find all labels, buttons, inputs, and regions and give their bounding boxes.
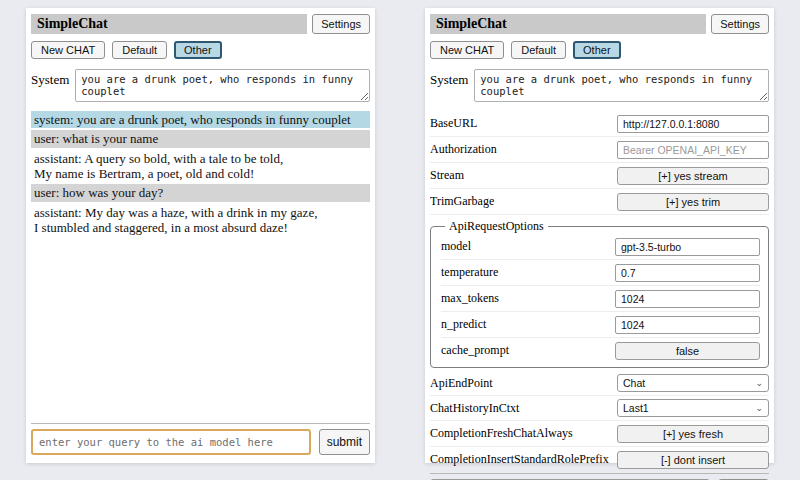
setting-label: Stream xyxy=(430,168,617,183)
select-value: Last1 xyxy=(623,402,649,414)
setting-label: ApiEndPoint xyxy=(430,376,617,391)
chevron-down-icon: ⌄ xyxy=(755,379,763,388)
stream-toggle-button[interactable]: [+] yes stream xyxy=(617,167,769,185)
chathistoryinctxt-select[interactable]: Last1 ⌄ xyxy=(617,399,769,417)
authorization-input[interactable] xyxy=(617,141,769,159)
session-other-button[interactable]: Other xyxy=(573,41,621,59)
setting-row-chathistoryinctxt: ChatHistoryInCtxt Last1 ⌄ xyxy=(430,396,769,421)
n-predict-input[interactable] xyxy=(615,316,760,334)
new-chat-button[interactable]: New CHAT xyxy=(31,41,105,59)
trimgarbage-toggle-button[interactable]: [+] yes trim xyxy=(617,193,769,211)
setting-label: ChatHistoryInCtxt xyxy=(430,401,617,416)
max-tokens-input[interactable] xyxy=(615,290,760,308)
baseurl-input[interactable] xyxy=(617,115,769,133)
system-label: System xyxy=(430,69,468,102)
apiendpoint-select[interactable]: Chat ⌄ xyxy=(617,374,769,392)
setting-label: CompletionInsertStandardRolePrefix xyxy=(430,452,617,467)
select-value: Chat xyxy=(623,377,645,389)
query-input[interactable] xyxy=(31,429,311,455)
setting-row-trimgarbage: TrimGarbage [+] yes trim xyxy=(430,189,769,215)
chat-message-assistant: assistant: My day was a haze, with a dri… xyxy=(31,204,370,237)
session-buttons: New CHAT Default Other xyxy=(31,41,370,59)
session-default-button[interactable]: Default xyxy=(511,41,566,59)
temperature-input[interactable] xyxy=(615,264,760,282)
system-prompt-textarea[interactable]: you are a drunk poet, who responds in fu… xyxy=(474,69,769,102)
setting-label: CompletionFreshChatAlways xyxy=(430,426,617,441)
new-chat-button[interactable]: New CHAT xyxy=(430,41,504,59)
setting-label: temperature xyxy=(441,265,615,280)
session-buttons: New CHAT Default Other xyxy=(430,41,769,59)
session-other-button[interactable]: Other xyxy=(174,41,222,59)
setting-row-authorization: Authorization xyxy=(430,137,769,163)
setting-label: BaseURL xyxy=(430,116,617,131)
setting-label: model xyxy=(441,239,615,254)
chat-message-list: system: you are a drunk poet, who respon… xyxy=(31,111,370,236)
setting-label: TrimGarbage xyxy=(430,194,617,209)
submit-button[interactable]: submit xyxy=(319,429,370,455)
setting-label: max_tokens xyxy=(441,291,615,306)
setting-row-n-predict: n_predict xyxy=(441,312,760,338)
cache-prompt-toggle-button[interactable]: false xyxy=(615,342,760,360)
settings-button[interactable]: Settings xyxy=(312,14,370,34)
system-prompt-textarea[interactable]: you are a drunk poet, who responds in fu… xyxy=(75,69,370,102)
chat-message-user: user: what is your name xyxy=(31,130,370,147)
api-request-options-fieldset: ApiRequestOptions model temperature max_… xyxy=(430,219,769,368)
setting-row-temperature: temperature xyxy=(441,260,760,286)
setting-row-completionfreshchatalways: CompletionFreshChatAlways [+] yes fresh xyxy=(430,421,769,447)
chat-message-assistant: assistant: A query so bold, with a tale … xyxy=(31,150,370,183)
setting-row-model: model xyxy=(441,234,760,260)
chat-message-system: system: you are a drunk poet, who respon… xyxy=(31,111,370,128)
session-default-button[interactable]: Default xyxy=(112,41,167,59)
settings-window: SimpleChat Settings New CHAT Default Oth… xyxy=(425,8,774,463)
model-input[interactable] xyxy=(615,238,760,256)
title-bar: SimpleChat Settings xyxy=(31,14,370,34)
divider xyxy=(31,423,370,424)
divider xyxy=(430,473,769,474)
setting-label: cache_prompt xyxy=(441,343,615,358)
setting-row-max-tokens: max_tokens xyxy=(441,286,760,312)
chat-message-user: user: how was your day? xyxy=(31,184,370,201)
title-bar: SimpleChat Settings xyxy=(430,14,769,34)
setting-row-baseurl: BaseURL xyxy=(430,111,769,137)
system-label: System xyxy=(31,69,69,102)
chevron-down-icon: ⌄ xyxy=(755,404,763,413)
system-prompt-row: System you are a drunk poet, who respond… xyxy=(430,69,769,102)
system-prompt-row: System you are a drunk poet, who respond… xyxy=(31,69,370,102)
query-row: submit xyxy=(31,429,370,455)
page: SimpleChat Settings New CHAT Default Oth… xyxy=(0,0,800,471)
setting-label: n_predict xyxy=(441,317,615,332)
spacer xyxy=(31,236,370,423)
setting-row-completioninsertstandardroleprefix: CompletionInsertStandardRolePrefix [-] d… xyxy=(430,447,769,473)
settings-button[interactable]: Settings xyxy=(711,14,769,34)
setting-row-stream: Stream [+] yes stream xyxy=(430,163,769,189)
completion-insert-toggle-button[interactable]: [-] dont insert xyxy=(617,451,769,469)
chat-window: SimpleChat Settings New CHAT Default Oth… xyxy=(26,8,375,463)
setting-label: Authorization xyxy=(430,142,617,157)
app-title: SimpleChat xyxy=(31,14,307,34)
setting-row-apiendpoint: ApiEndPoint Chat ⌄ xyxy=(430,371,769,396)
fieldset-legend: ApiRequestOptions xyxy=(445,219,548,234)
app-title: SimpleChat xyxy=(430,14,706,34)
setting-row-cache-prompt: cache_prompt false xyxy=(441,338,760,363)
completion-fresh-toggle-button[interactable]: [+] yes fresh xyxy=(617,425,769,443)
